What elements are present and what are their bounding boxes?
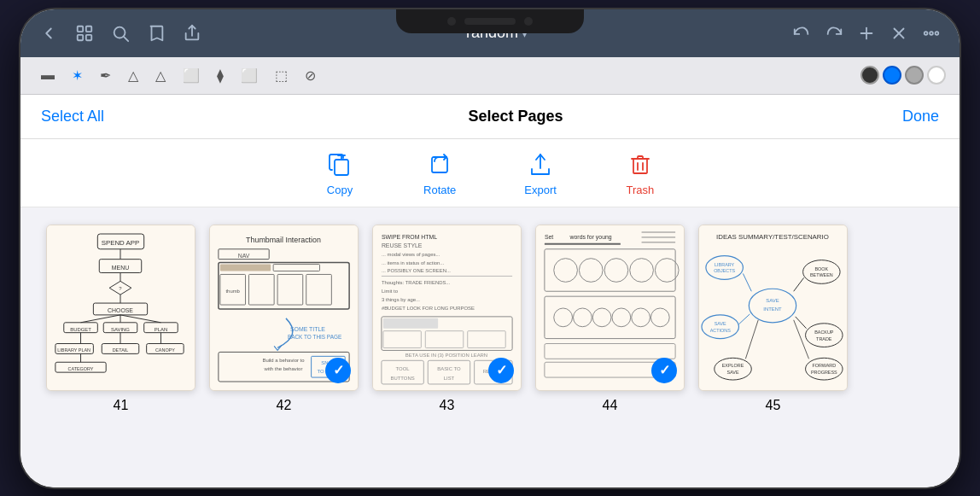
svg-text:TOOL: TOOL	[396, 366, 411, 371]
page-thumb-41: SPEND APP MENU ? CHOOSE	[46, 225, 195, 391]
export-action[interactable]: Export	[524, 149, 557, 196]
svg-rect-85	[383, 318, 438, 328]
svg-text:TRADE: TRADE	[816, 336, 832, 341]
tool-shape[interactable]: △	[149, 62, 172, 89]
trash-icon	[625, 149, 656, 180]
svg-text:Build a behavior to: Build a behavior to	[262, 358, 305, 363]
page-item-44[interactable]: Set words for young	[535, 225, 685, 413]
svg-point-12	[930, 32, 933, 35]
svg-text:... items in status of action.: ... items in status of action...	[382, 260, 445, 265]
svg-text:NAV: NAV	[238, 252, 250, 258]
svg-text:BACK TO THIS PAGE: BACK TO THIS PAGE	[288, 333, 341, 339]
tool-color-light[interactable]	[905, 66, 924, 85]
svg-rect-2	[78, 34, 83, 39]
svg-text:SAVE: SAVE	[727, 370, 739, 375]
svg-text:Thumbmail Interaction: Thumbmail Interaction	[246, 235, 321, 243]
svg-rect-14	[335, 160, 348, 175]
page-item-41[interactable]: SPEND APP MENU ? CHOOSE	[46, 225, 195, 413]
svg-point-13	[936, 32, 939, 35]
page-item-45[interactable]: IDEAS SUMMARY/TEST/SCENARIO SAVE INTENT …	[698, 225, 848, 413]
drawing-toolbar: ▬ ✶ ✒ △ △ ⬜ ⧫ ⬜ ⬚ ⊘	[20, 57, 960, 95]
tool-color-white[interactable]	[927, 66, 946, 85]
trash-action[interactable]: Trash	[625, 149, 656, 196]
more-button[interactable]	[917, 19, 946, 48]
page-number-44: 44	[603, 398, 618, 413]
select-all-button[interactable]: Select All	[41, 108, 160, 125]
copy-icon	[324, 149, 355, 180]
copy-action[interactable]: Copy	[324, 149, 355, 196]
tool-ruler[interactable]: ⬜	[234, 62, 265, 89]
svg-text:thumb: thumb	[225, 289, 240, 294]
page-number-41: 41	[114, 398, 129, 413]
page-item-43[interactable]: SWIPE FROM HTML REUSE STYLE ... modal vi…	[372, 225, 522, 413]
tool-bluetooth[interactable]: ✶	[65, 62, 90, 89]
check-badge-44: ✓	[651, 358, 677, 383]
select-pages-header: Select All Select Pages Done	[20, 95, 960, 139]
page-thumb-45: IDEAS SUMMARY/TEST/SCENARIO SAVE INTENT …	[698, 225, 848, 391]
select-pages-title: Select Pages	[160, 108, 871, 125]
check-badge-43: ✓	[488, 358, 514, 383]
done-button[interactable]: Done	[871, 108, 939, 125]
camera-dot-2	[524, 17, 533, 26]
tool-eraser[interactable]: ⧫	[210, 62, 230, 89]
tool-select[interactable]: ▬	[34, 62, 61, 88]
undo-button[interactable]	[787, 19, 816, 48]
page-item-42[interactable]: Thumbmail Interaction NAV thumb	[209, 225, 359, 413]
copy-label: Copy	[327, 184, 353, 196]
tool-color-blue[interactable]	[883, 66, 901, 85]
search-button[interactable]	[106, 19, 135, 48]
tool-extra2[interactable]: ⊘	[298, 62, 323, 89]
svg-text:words for young: words for young	[569, 233, 612, 240]
svg-text:BUTTONS: BUTTONS	[391, 376, 415, 381]
rotate-action[interactable]: Rotate	[423, 149, 456, 196]
svg-point-11	[925, 32, 928, 35]
share-button[interactable]	[178, 19, 207, 48]
page-thumb-43: SWIPE FROM HTML REUSE STYLE ... modal vi…	[372, 225, 522, 391]
svg-text:CATEGORY: CATEGORY	[68, 366, 94, 371]
svg-text:INTENT: INTENT	[763, 306, 782, 311]
svg-text:SOME TITLE: SOME TITLE	[290, 325, 325, 331]
svg-text:REUSE STYLE: REUSE STYLE	[382, 242, 423, 248]
svg-text:#BUDGET LOOK FOR LONG PURPOSE: #BUDGET LOOK FOR LONG PURPOSE	[382, 305, 475, 310]
svg-text:ACTIONS: ACTIONS	[710, 327, 731, 332]
svg-text:SAVING: SAVING	[111, 326, 130, 331]
svg-text:BETA USE IN (3) POSITION LEARN: BETA USE IN (3) POSITION LEARN	[405, 353, 487, 358]
svg-text:... modal views of pages...: ... modal views of pages...	[382, 251, 440, 256]
page-number-45: 45	[766, 398, 781, 413]
svg-text:PLAN: PLAN	[155, 326, 167, 331]
page-thumb-42: Thumbmail Interaction NAV thumb	[209, 225, 359, 391]
tool-color-black[interactable]	[860, 66, 879, 85]
redo-button[interactable]	[820, 19, 849, 48]
back-button[interactable]	[34, 19, 63, 48]
svg-text:OBJECTS: OBJECTS	[714, 268, 735, 273]
tool-highlighter[interactable]: △	[121, 62, 145, 89]
grid-button[interactable]	[70, 19, 99, 48]
svg-text:LIBRARY: LIBRARY	[715, 261, 734, 266]
svg-rect-0	[78, 26, 83, 31]
svg-rect-1	[86, 26, 91, 31]
pages-grid: SPEND APP MENU ? CHOOSE	[20, 207, 960, 487]
close-nav-button[interactable]	[884, 19, 913, 48]
svg-line-5	[124, 37, 128, 41]
tool-extra1[interactable]: ⬚	[268, 62, 295, 89]
export-icon	[525, 149, 556, 180]
svg-text:BACKUP: BACKUP	[814, 329, 834, 334]
svg-text:Thoughts: TRADE FRIENDS...: Thoughts: TRADE FRIENDS...	[382, 280, 451, 285]
tool-pen[interactable]: ✒	[93, 62, 118, 89]
rotate-label: Rotate	[423, 184, 456, 196]
svg-text:3 things by age...: 3 things by age...	[382, 297, 420, 302]
tool-lasso[interactable]: ⬜	[176, 62, 207, 89]
svg-rect-17	[633, 159, 647, 173]
svg-text:LIST: LIST	[444, 376, 455, 381]
page-number-42: 42	[277, 398, 292, 413]
bookmark-button[interactable]	[142, 19, 171, 48]
ipad-device: random ▾	[20, 9, 960, 487]
svg-text:CHOOSE: CHOOSE	[108, 306, 133, 312]
trash-label: Trash	[627, 184, 655, 196]
add-button[interactable]	[852, 19, 881, 48]
camera-dot	[447, 17, 456, 26]
svg-text:LIBRARY PLAN: LIBRARY PLAN	[57, 347, 90, 353]
svg-text:PROGRESS: PROGRESS	[811, 370, 837, 375]
actions-bar: Copy Rotate	[20, 139, 960, 207]
face-id-sensor	[464, 18, 516, 25]
